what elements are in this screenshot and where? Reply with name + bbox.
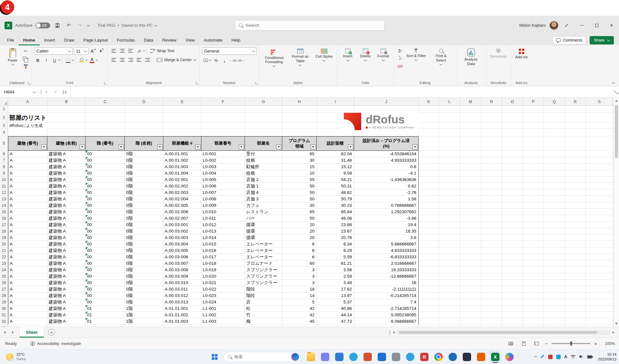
- cell-A21[interactable]: A: [8, 247, 47, 254]
- cell-R31[interactable]: [565, 312, 586, 318]
- column-header-D[interactable]: D: [125, 98, 163, 105]
- cell-A27[interactable]: A: [8, 286, 47, 292]
- cell-R5[interactable]: [565, 136, 586, 151]
- tab-review[interactable]: Review: [158, 35, 181, 45]
- cell-Q24[interactable]: [544, 267, 565, 273]
- cell-O28[interactable]: [502, 292, 523, 299]
- cell-J29[interactable]: 7.4: [354, 299, 419, 305]
- cell-E10[interactable]: A.00.02.001: [163, 177, 201, 183]
- cell-L14[interactable]: [439, 202, 460, 209]
- cell-O13[interactable]: [502, 196, 523, 202]
- tab-insert[interactable]: Insert: [40, 35, 60, 45]
- cell-H11[interactable]: 50: [282, 183, 317, 189]
- alignment-dialog-launcher[interactable]: [196, 82, 198, 84]
- cell-C21[interactable]: 00: [86, 247, 125, 254]
- cell-D17[interactable]: 0階: [125, 222, 163, 228]
- cell-Q21[interactable]: [544, 247, 565, 254]
- cell-B16[interactable]: 建築物 A: [47, 215, 86, 222]
- tray-overflow-chevron-icon[interactable]: [534, 356, 537, 359]
- cell-L31[interactable]: [439, 312, 460, 318]
- cell-H8[interactable]: 15: [282, 164, 317, 170]
- cell-A26[interactable]: A: [8, 280, 47, 286]
- cell-K10[interactable]: [419, 177, 439, 183]
- cell-J22[interactable]: -6.833333333: [354, 254, 419, 260]
- cell-B26[interactable]: 建築物 A: [47, 280, 86, 286]
- cell-C29[interactable]: 00: [86, 299, 125, 305]
- row-header-13[interactable]: 13: [0, 196, 8, 202]
- cell-G17[interactable]: 循環: [245, 222, 282, 228]
- orientation-chevron-icon[interactable]: [143, 49, 145, 52]
- cell-Q2[interactable]: [544, 112, 565, 123]
- cell-F6[interactable]: L0-001: [201, 151, 245, 157]
- skype-icon[interactable]: [404, 350, 416, 363]
- cell-P1[interactable]: [523, 106, 544, 112]
- cell-R2[interactable]: [565, 112, 586, 123]
- cell-B27[interactable]: 建築物 A: [47, 286, 86, 292]
- cell-N25[interactable]: [481, 273, 502, 280]
- filter-button[interactable]: [412, 144, 418, 149]
- cell-E7[interactable]: A.00.01.002: [163, 157, 201, 164]
- cell-J18[interactable]: 18.35: [354, 228, 419, 235]
- cell-D19[interactable]: 0階: [125, 235, 163, 241]
- cell-A10[interactable]: A: [8, 177, 47, 183]
- font-color-button[interactable]: A: [88, 57, 96, 64]
- cell-C25[interactable]: 00: [86, 273, 125, 280]
- cut-button[interactable]: ✂: [22, 47, 29, 54]
- cell-O6[interactable]: [502, 151, 523, 157]
- cell-Q26[interactable]: [544, 280, 565, 286]
- row-header-16[interactable]: 16: [0, 215, 8, 222]
- cell-H2[interactable]: [282, 112, 317, 123]
- cell-F11[interactable]: L0-006: [201, 183, 245, 189]
- cell-M17[interactable]: [460, 222, 481, 228]
- cell-P3[interactable]: [523, 123, 544, 129]
- settings-icon[interactable]: [390, 350, 402, 363]
- cell-K27[interactable]: [419, 286, 439, 292]
- cell-E16[interactable]: A.00.02.007: [163, 215, 201, 222]
- cell-E8[interactable]: A.00.01.003: [163, 164, 201, 170]
- cell-O15[interactable]: [502, 209, 523, 215]
- cell-F3[interactable]: [201, 123, 245, 129]
- accessibility-status[interactable]: Accessibility: Investigate: [30, 341, 81, 346]
- cell-K3[interactable]: [419, 123, 439, 129]
- cell-O20[interactable]: [502, 241, 523, 247]
- cell-S9[interactable]: [586, 170, 613, 177]
- table-header-J5[interactable]: 設計済み－プログラム済 (%): [354, 136, 419, 151]
- cell-G21[interactable]: エレベーター: [245, 247, 282, 254]
- cell-I23[interactable]: 61.21: [317, 260, 354, 267]
- cell-E25[interactable]: A.00.03.009: [163, 273, 201, 280]
- cell-F21[interactable]: L0-016: [201, 247, 245, 254]
- dev-app-icon[interactable]: [461, 350, 473, 363]
- pen-icon[interactable]: [562, 21, 571, 30]
- minimize-button[interactable]: [575, 16, 589, 35]
- cell-H26[interactable]: 3: [282, 280, 317, 286]
- cell-R23[interactable]: [565, 260, 586, 267]
- cell-B24[interactable]: 建築物 A: [47, 267, 86, 273]
- horizontal-scrollbar[interactable]: [397, 330, 610, 334]
- cell-M31[interactable]: [460, 312, 481, 318]
- cell-O21[interactable]: [502, 247, 523, 254]
- cell-E15[interactable]: A.00.02.006: [163, 209, 201, 215]
- cell-J21[interactable]: 4.833333333: [354, 247, 419, 254]
- cell-D1[interactable]: [125, 106, 163, 112]
- cell-R28[interactable]: [565, 292, 586, 299]
- onedrive-icon[interactable]: [376, 350, 388, 363]
- cell-N16[interactable]: [481, 215, 502, 222]
- cell-B18[interactable]: 建築物 A: [47, 228, 86, 235]
- align-bottom-button[interactable]: [127, 47, 134, 54]
- tab-formulas[interactable]: Formulas: [112, 35, 139, 45]
- fill-color-button[interactable]: [78, 57, 85, 64]
- column-header-A[interactable]: A: [8, 98, 47, 105]
- cell-M28[interactable]: [460, 292, 481, 299]
- cell-E3[interactable]: [163, 123, 201, 129]
- cell-J14[interactable]: 0.766666667: [354, 202, 419, 209]
- sheet-nav-left-button[interactable]: [1, 327, 8, 338]
- fill-color-chevron-icon[interactable]: [85, 59, 88, 61]
- cell-K2[interactable]: [419, 112, 439, 123]
- cell-R14[interactable]: [565, 202, 586, 209]
- cell-C4[interactable]: [86, 129, 125, 136]
- cell-N20[interactable]: [481, 241, 502, 247]
- cell-J9[interactable]: -4.1: [354, 170, 419, 177]
- cell-R8[interactable]: [565, 164, 586, 170]
- cell-S24[interactable]: [586, 267, 613, 273]
- cell-E9[interactable]: A.00.01.004: [163, 170, 201, 177]
